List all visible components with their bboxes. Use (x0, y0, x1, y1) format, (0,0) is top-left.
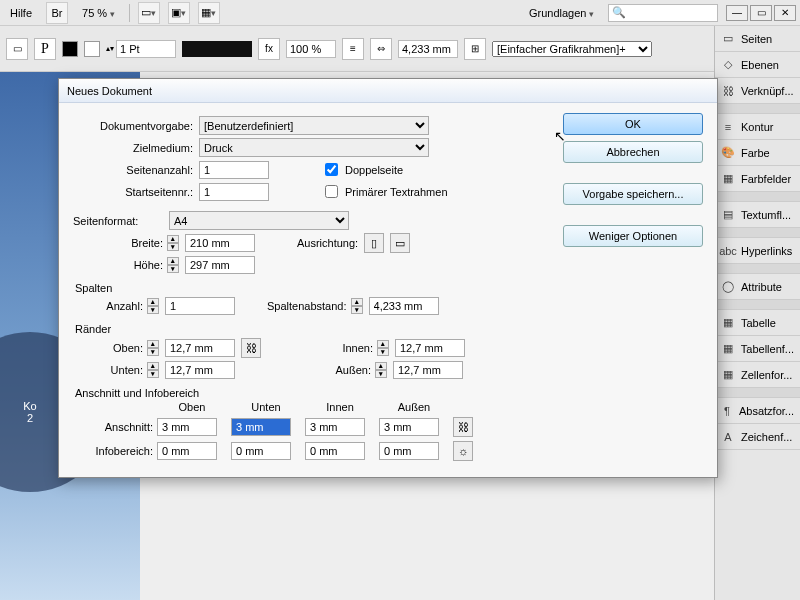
panel-label: Kontur (741, 121, 773, 133)
fill-swatch[interactable] (62, 41, 78, 57)
panel-seiten[interactable]: ▭Seiten (715, 26, 800, 52)
percent-input[interactable] (286, 40, 336, 58)
panel-zellenfor[interactable]: ▦Zellenfor... (715, 362, 800, 388)
orientation-portrait-icon[interactable]: ▯ (364, 233, 384, 253)
panel-icon: ◇ (721, 58, 735, 72)
bleed-h-bottom: Unten (231, 401, 301, 413)
height-input[interactable] (185, 256, 255, 274)
new-document-dialog: Neues Dokument Dokumentvorgabe: [Benutze… (58, 78, 718, 478)
panel-farbfelder[interactable]: ▦Farbfelder (715, 166, 800, 192)
align-icon-2[interactable]: ⇔ (370, 38, 392, 60)
fx-icon[interactable]: fx (258, 38, 280, 60)
slug-label: Infobereich: (73, 445, 153, 457)
margin-outside-input[interactable] (393, 361, 463, 379)
ok-button[interactable]: OK (563, 113, 703, 135)
panel-icon: ⛓ (721, 84, 735, 98)
panel-hyperlinks[interactable]: abcHyperlinks (715, 238, 800, 264)
panel-farbe[interactable]: 🎨Farbe (715, 140, 800, 166)
tool-icon[interactable]: ▭ (6, 38, 28, 60)
width-label: Breite: (73, 237, 163, 249)
intent-select[interactable]: Druck (199, 138, 429, 157)
bridge-button[interactable]: Br (46, 2, 68, 24)
stroke-swatch[interactable] (84, 41, 100, 57)
maximize-button[interactable]: ▭ (750, 5, 772, 21)
panel-spacer (715, 264, 800, 274)
orientation-landscape-icon[interactable]: ▭ (390, 233, 410, 253)
view-options-icon[interactable]: ▣ (168, 2, 190, 24)
orientation-label: Ausrichtung: (297, 237, 358, 249)
panel-label: Seiten (741, 33, 772, 45)
gutter-input[interactable] (369, 297, 439, 315)
zoom-dropdown[interactable]: 75 % (76, 5, 121, 21)
panel-tabelle[interactable]: ▦Tabelle (715, 310, 800, 336)
panel-spacer (715, 192, 800, 202)
stroke-spinner-icon[interactable]: ▴▾ (106, 44, 114, 53)
pages-input[interactable] (199, 161, 269, 179)
screen-mode-icon[interactable]: ▭ (138, 2, 160, 24)
margins-section: Ränder (75, 323, 549, 335)
align-icon[interactable]: ≡ (342, 38, 364, 60)
workspace-dropdown[interactable]: Grundlagen (523, 5, 600, 21)
primaryframe-checkbox[interactable]: Primärer Textrahmen (321, 182, 448, 201)
frame-option-select[interactable]: [Einfacher Grafikrahmen]+ (492, 41, 652, 57)
frame-icon[interactable]: ⊞ (464, 38, 486, 60)
panel-spacer (715, 228, 800, 238)
link-slug-icon[interactable]: ☼ (453, 441, 473, 461)
slug-inside-input[interactable] (305, 442, 365, 460)
type-tool-icon[interactable]: P (34, 38, 56, 60)
panel-icon: ◯ (721, 280, 735, 294)
close-button[interactable]: ✕ (774, 5, 796, 21)
pagesize-select[interactable]: A4 (169, 211, 349, 230)
fewer-options-button[interactable]: Weniger Optionen (563, 225, 703, 247)
preset-select[interactable]: [Benutzerdefiniert] (199, 116, 429, 135)
panel-label: Attribute (741, 281, 782, 293)
cancel-button[interactable]: Abbrechen (563, 141, 703, 163)
bleed-outside-input[interactable] (379, 418, 439, 436)
panel-absatzfor[interactable]: ¶Absatzfor... (715, 398, 800, 424)
panel-spacer (715, 104, 800, 114)
dialog-titlebar[interactable]: Neues Dokument (59, 79, 717, 103)
margin-inside-input[interactable] (395, 339, 465, 357)
margin-bottom-input[interactable] (165, 361, 235, 379)
margin-top-input[interactable] (165, 339, 235, 357)
preset-label: Dokumentvorgabe: (73, 120, 193, 132)
panel-icon: ▤ (721, 208, 735, 222)
panel-zeichenf[interactable]: AZeichenf... (715, 424, 800, 450)
bleed-section: Anschnitt und Infobereich (75, 387, 549, 399)
panel-spacer (715, 388, 800, 398)
search-icon: 🔍 (612, 6, 626, 19)
separator (129, 4, 130, 22)
link-margins-icon[interactable]: ⛓ (241, 338, 261, 358)
margin-inside-label: Innen: (303, 342, 373, 354)
panel-verknpf[interactable]: ⛓Verknüpf... (715, 78, 800, 104)
slug-outside-input[interactable] (379, 442, 439, 460)
menu-help[interactable]: Hilfe (4, 5, 38, 21)
bleed-inside-input[interactable] (305, 418, 365, 436)
bleed-bottom-input[interactable] (231, 418, 291, 436)
stroke-weight-input[interactable] (116, 40, 176, 58)
save-preset-button[interactable]: Vorgabe speichern... (563, 183, 703, 205)
panel-kontur[interactable]: ≡Kontur (715, 114, 800, 140)
preview-text-1: Ko (23, 400, 36, 412)
measure-input[interactable] (398, 40, 458, 58)
facing-checkbox[interactable]: Doppelseite (321, 160, 403, 179)
margin-bottom-label: Unten: (73, 364, 143, 376)
arrange-icon[interactable]: ▦ (198, 2, 220, 24)
minimize-button[interactable]: — (726, 5, 748, 21)
link-bleed-icon[interactable]: ⛓ (453, 417, 473, 437)
panel-ebenen[interactable]: ◇Ebenen (715, 52, 800, 78)
colcount-input[interactable] (165, 297, 235, 315)
bleed-h-top: Oben (157, 401, 227, 413)
width-input[interactable] (185, 234, 255, 252)
panel-attribute[interactable]: ◯Attribute (715, 274, 800, 300)
bleed-top-input[interactable] (157, 418, 217, 436)
panel-icon: ¶ (721, 404, 733, 418)
slug-bottom-input[interactable] (231, 442, 291, 460)
slug-top-input[interactable] (157, 442, 217, 460)
control-toolbar: ▭ P ▴▾ fx ≡ ⇔ ⊞ [Einfacher Grafikrahmen]… (0, 26, 800, 72)
panel-label: Ebenen (741, 59, 779, 71)
stroke-style-preview[interactable] (182, 41, 252, 57)
startpage-input[interactable] (199, 183, 269, 201)
panel-tabellenf[interactable]: ▦Tabellenf... (715, 336, 800, 362)
panel-textumfl[interactable]: ▤Textumfl... (715, 202, 800, 228)
